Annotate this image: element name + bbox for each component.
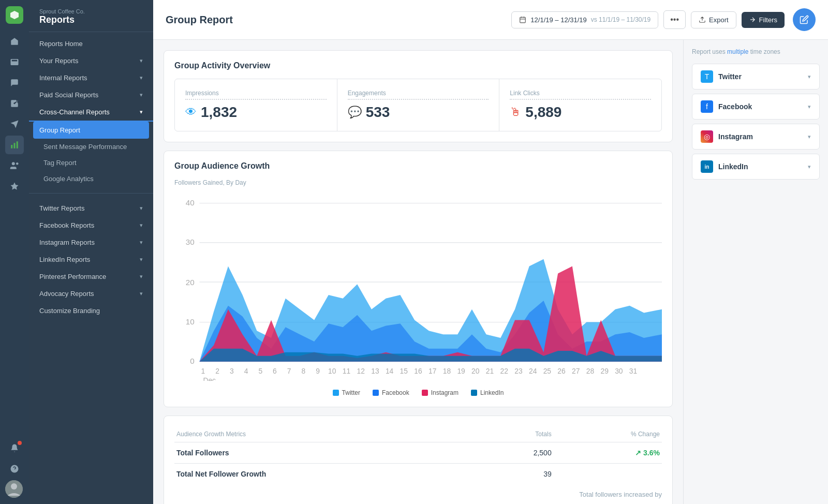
legend-facebook: Facebook xyxy=(373,389,409,396)
network-item-instagram[interactable]: ◎ Instagram ▾ xyxy=(692,124,820,150)
sidebar-item-instagram-reports[interactable]: Instagram Reports ▾ xyxy=(29,234,153,251)
sidebar-item-paid-social[interactable]: Paid Social Reports ▾ xyxy=(29,86,153,103)
svg-text:29: 29 xyxy=(600,367,609,375)
svg-text:8: 8 xyxy=(302,367,306,375)
notification-badge xyxy=(18,441,22,445)
svg-text:16: 16 xyxy=(414,367,422,375)
page-title: Group Report xyxy=(166,14,511,26)
chevron-instagram-network: ▾ xyxy=(808,134,811,140)
nav-home-icon[interactable] xyxy=(5,32,24,51)
nav-star-icon[interactable] xyxy=(5,177,24,196)
legend-linkedin: LinkedIn xyxy=(471,389,504,396)
filters-button[interactable]: Filters xyxy=(742,12,785,28)
sidebar-title: Reports xyxy=(39,14,143,25)
nav-tasks-icon[interactable] xyxy=(5,94,24,113)
nav-help-icon[interactable] xyxy=(5,459,24,478)
linkedin-network-icon: in xyxy=(701,160,713,173)
audience-chart: 40 30 20 10 0 xyxy=(174,195,662,381)
audience-growth-title: Group Audience Growth xyxy=(174,161,662,171)
sidebar-item-sent-message[interactable]: Sent Message Performance xyxy=(29,139,153,155)
metric-link-clicks: Link Clicks 🖱 5,889 xyxy=(499,79,661,131)
sidebar: Sprout Coffee Co. Reports Reports Home Y… xyxy=(29,0,153,504)
instagram-network-icon: ◎ xyxy=(701,130,713,143)
date-range-button[interactable]: 12/1/19 – 12/31/19 vs 11/1/19 – 11/30/19 xyxy=(511,11,658,28)
chart-legend: Twitter Facebook Instagram LinkedIn xyxy=(174,389,662,396)
main-panel: Group Activity Overview Impressions 👁 1,… xyxy=(153,40,683,504)
link-clicks-label: Link Clicks xyxy=(510,90,651,100)
sidebar-item-customize-branding[interactable]: Customize Branding xyxy=(29,302,153,319)
svg-text:23: 23 xyxy=(514,367,523,375)
svg-text:15: 15 xyxy=(400,367,408,375)
sidebar-item-cross-channel[interactable]: Cross-Channel Reports ▾ xyxy=(29,103,153,122)
audience-growth-card: Group Audience Growth Followers Gained, … xyxy=(164,151,673,407)
col-header-totals: Totals xyxy=(481,426,554,442)
metric-change-net-growth xyxy=(554,464,662,485)
network-item-facebook[interactable]: f Facebook ▾ xyxy=(692,94,820,120)
link-clicks-value: 5,889 xyxy=(525,104,561,121)
network-item-linkedin[interactable]: in LinkedIn ▾ xyxy=(692,154,820,180)
group-activity-overview-card: Group Activity Overview Impressions 👁 1,… xyxy=(164,50,673,142)
chevron-facebook-network: ▾ xyxy=(808,103,811,110)
legend-dot-instagram xyxy=(422,390,428,396)
nav-inbox-icon[interactable] xyxy=(5,53,24,71)
sidebar-item-advocacy[interactable]: Advocacy Reports ▾ xyxy=(29,285,153,302)
svg-text:25: 25 xyxy=(543,367,552,375)
sidebar-item-your-reports[interactable]: Your Reports ▾ xyxy=(29,52,153,69)
chart-subtitle: Followers Gained, By Day xyxy=(174,179,662,186)
svg-text:11: 11 xyxy=(343,367,351,375)
legend-twitter: Twitter xyxy=(333,389,360,396)
nav-messages-icon[interactable] xyxy=(5,73,24,92)
twitter-network-icon: T xyxy=(701,70,713,83)
table-row-net-follower-growth: Total Net Follower Growth 39 xyxy=(174,464,662,485)
legend-label-facebook: Facebook xyxy=(382,389,409,396)
edit-button[interactable] xyxy=(793,8,816,31)
timezone-link[interactable]: multiple xyxy=(727,48,748,55)
chevron-facebook: ▾ xyxy=(140,222,143,229)
svg-text:10: 10 xyxy=(328,367,336,375)
legend-dot-twitter xyxy=(333,390,339,396)
nav-team-icon[interactable] xyxy=(5,156,24,175)
app-logo[interactable] xyxy=(6,6,23,24)
engagements-label: Engagements xyxy=(348,90,489,100)
svg-text:30: 30 xyxy=(186,238,195,246)
svg-text:7: 7 xyxy=(287,367,291,375)
nav-publish-icon[interactable] xyxy=(5,115,24,134)
network-item-twitter[interactable]: T Twitter ▾ xyxy=(692,64,820,90)
instagram-network-label: Instagram xyxy=(718,132,753,141)
sidebar-item-linkedin-reports[interactable]: LinkedIn Reports ▾ xyxy=(29,251,153,268)
sidebar-divider-1 xyxy=(29,193,153,194)
svg-text:9: 9 xyxy=(316,367,320,375)
col-header-change: % Change xyxy=(554,426,662,442)
sidebar-item-tag-report[interactable]: Tag Report xyxy=(29,155,153,171)
nav-notifications-icon[interactable] xyxy=(5,439,24,457)
sidebar-item-group-report[interactable]: Group Report xyxy=(33,122,149,139)
linkedin-network-label: LinkedIn xyxy=(718,162,748,171)
svg-text:5: 5 xyxy=(258,367,262,375)
sidebar-item-facebook-reports[interactable]: Facebook Reports ▾ xyxy=(29,217,153,234)
sidebar-item-pinterest[interactable]: Pinterest Performance ▾ xyxy=(29,268,153,285)
user-avatar[interactable] xyxy=(5,480,23,498)
engagements-value: 533 xyxy=(366,104,390,121)
table-row-total-followers: Total Followers 2,500 ↗ 3.6% xyxy=(174,442,662,464)
legend-label-linkedin: LinkedIn xyxy=(480,389,504,396)
main-content: Group Report 12/1/19 – 12/31/19 vs 11/1/… xyxy=(153,0,828,504)
more-options-button[interactable]: ••• xyxy=(663,10,686,29)
svg-text:28: 28 xyxy=(586,367,595,375)
svg-text:18: 18 xyxy=(443,367,451,375)
svg-text:3: 3 xyxy=(230,367,234,375)
svg-point-4 xyxy=(16,162,19,165)
legend-label-twitter: Twitter xyxy=(342,389,360,396)
header-controls: 12/1/19 – 12/31/19 vs 11/1/19 – 11/30/19… xyxy=(511,10,785,29)
sidebar-item-twitter-reports[interactable]: Twitter Reports ▾ xyxy=(29,200,153,217)
svg-text:30: 30 xyxy=(615,367,623,375)
nav-reports-icon[interactable] xyxy=(5,136,24,154)
sidebar-item-google-analytics[interactable]: Google Analytics xyxy=(29,171,153,187)
svg-marker-5 xyxy=(11,183,19,190)
svg-text:31: 31 xyxy=(629,367,638,375)
legend-instagram: Instagram xyxy=(422,389,459,396)
sidebar-item-internal-reports[interactable]: Internal Reports ▾ xyxy=(29,69,153,86)
sidebar-item-reports-home[interactable]: Reports Home xyxy=(29,35,153,52)
export-button[interactable]: Export xyxy=(691,11,736,28)
svg-text:Dec: Dec xyxy=(203,376,216,381)
link-clicks-icon: 🖱 xyxy=(510,106,521,119)
